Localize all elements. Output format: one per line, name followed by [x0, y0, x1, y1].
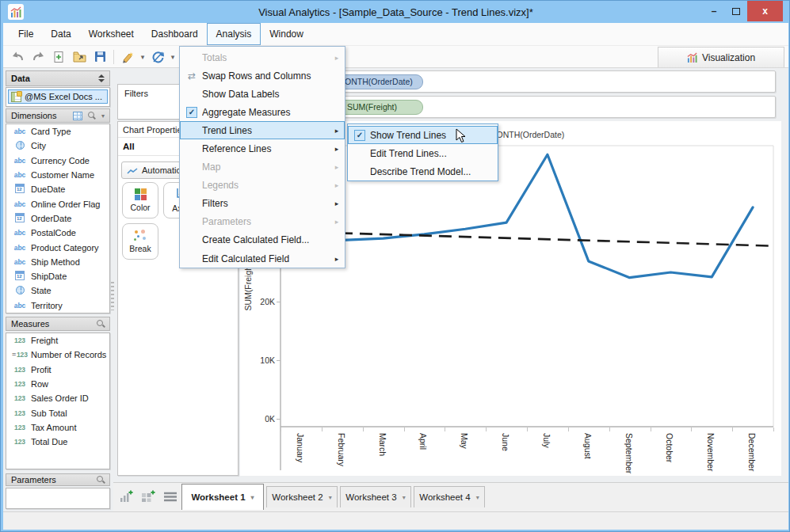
field-item-dimension[interactable]: abcCard Type: [6, 124, 109, 139]
highlighter-dropdown-caret[interactable]: ▾: [139, 53, 147, 61]
field-item-dimension[interactable]: State: [6, 283, 109, 298]
field-item-measure[interactable]: =123Number of Records: [6, 348, 109, 362]
color-button[interactable]: Color: [122, 182, 158, 218]
field-item-dimension[interactable]: City: [6, 139, 109, 153]
parameters-header: Parameters: [6, 473, 110, 486]
parameters-title: Parameters: [11, 475, 56, 484]
parameters-search-icon[interactable]: [97, 476, 105, 484]
menu-item-aggregate-measures[interactable]: ✓Aggregate Measures: [180, 103, 345, 121]
tab-caret-icon[interactable]: ▾: [476, 494, 479, 501]
menubar-item-data[interactable]: Data: [42, 23, 79, 45]
break-button[interactable]: Break: [122, 223, 158, 260]
new-worksheet-icon[interactable]: [120, 489, 134, 506]
menu-item-swap-rows-and-columns[interactable]: ⇄Swap Rows and Columns: [180, 66, 345, 85]
field-type-icon-123: 123: [11, 409, 29, 417]
tab-worksheet-4[interactable]: Worksheet 4▾: [414, 486, 485, 507]
x-tick-label: February: [337, 433, 346, 466]
menu-item-parameters: Parameters▸: [180, 213, 345, 231]
field-item-measure[interactable]: 123Sales Order ID: [6, 391, 109, 405]
field-label: Freight: [31, 336, 58, 345]
field-label: OrderDate: [31, 214, 71, 223]
minimize-button[interactable]: –: [703, 1, 725, 21]
undo-icon[interactable]: [8, 48, 27, 66]
x-tick-mark: [322, 428, 322, 431]
refresh-dropdown-caret[interactable]: ▾: [169, 53, 177, 61]
new-workbook-icon[interactable]: [49, 48, 68, 66]
menubar-item-analysis[interactable]: Analysis: [207, 23, 261, 45]
view-as-table-icon[interactable]: [73, 112, 82, 120]
field-item-dimension[interactable]: abcProduct Category: [6, 240, 109, 254]
new-dashboard-icon[interactable]: [141, 489, 156, 506]
submenu-item-edit-trend-lines[interactable]: Edit Trend Lines...: [348, 144, 498, 162]
menu-item-label: Map: [202, 162, 330, 173]
tab-caret-icon[interactable]: ▾: [403, 494, 406, 501]
field-type-icon-123: 123: [11, 438, 29, 446]
dimensions-menu-caret[interactable]: ▾: [101, 112, 105, 120]
field-item-dimension[interactable]: OrderDate: [6, 211, 109, 226]
submenu-item-show-trend-lines[interactable]: ✓Show Trend Lines: [348, 126, 498, 144]
x-tick-label: May: [460, 433, 469, 449]
field-item-measure[interactable]: 123Sub Total: [6, 405, 109, 420]
field-item-dimension[interactable]: ShipDate: [6, 269, 109, 283]
tab-worksheet-1[interactable]: Worksheet 1▾: [181, 484, 264, 510]
visualization-tab[interactable]: Visualization: [658, 47, 784, 67]
field-item-measure[interactable]: 123Profit: [6, 363, 109, 377]
panel-splitter-handle[interactable]: [111, 282, 114, 310]
field-item-dimension[interactable]: abcPostalCode: [6, 226, 109, 240]
x-tick-mark: [445, 428, 445, 431]
field-item-dimension[interactable]: DueDate: [6, 182, 109, 196]
tab-label: Worksheet 3: [345, 492, 396, 502]
save-icon[interactable]: [90, 48, 109, 66]
maximize-glyph: [732, 8, 740, 15]
submenu-item-describe-trend-model[interactable]: Describe Trend Model...: [348, 162, 498, 180]
x-tick-mark: [773, 428, 774, 431]
menu-item-filters[interactable]: Filters▸: [180, 195, 345, 213]
dimensions-search-icon[interactable]: [88, 112, 96, 120]
open-file-icon[interactable]: [70, 48, 89, 66]
refresh-icon[interactable]: [148, 48, 167, 66]
field-item-dimension[interactable]: abcTerritory: [6, 298, 109, 313]
field-item-dimension[interactable]: abcCurrency Code: [6, 154, 109, 168]
menu-item-show-data-labels[interactable]: Show Data Labels: [180, 85, 345, 103]
menubar-item-worksheet[interactable]: Worksheet: [80, 23, 143, 45]
field-type-icon-abc: abc: [11, 200, 29, 208]
menubar-item-file[interactable]: File: [10, 23, 42, 45]
data-source-label: @MS Excel Docs ...: [25, 92, 102, 101]
sort-icon[interactable]: [98, 74, 105, 82]
menu-item-edit-calculated-field[interactable]: Edit Calculated Field▸: [180, 249, 345, 268]
close-button[interactable]: x: [747, 1, 783, 21]
menu-item-reference-lines[interactable]: Reference Lines▸: [180, 139, 345, 158]
field-item-measure[interactable]: 123Row: [6, 377, 109, 391]
field-item-dimension[interactable]: abcShip Method: [6, 255, 109, 269]
maximize-button[interactable]: [725, 1, 747, 21]
tab-caret-icon[interactable]: ▾: [251, 494, 254, 501]
menu-item-create-calculated-field[interactable]: Create Calculated Field...: [180, 231, 345, 249]
filters-shelf-label: Filters: [124, 89, 148, 98]
highlighter-icon[interactable]: [118, 48, 137, 66]
data-source-item[interactable]: @MS Excel Docs ...: [8, 89, 108, 104]
tab-worksheet-2[interactable]: Worksheet 2▾: [266, 486, 338, 507]
sheet-list-icon[interactable]: [163, 491, 177, 505]
dimensions-title: Dimensions: [11, 111, 56, 120]
menu-item-label: Aggregate Measures: [202, 107, 330, 118]
tab-worksheet-3[interactable]: Worksheet 3▾: [340, 486, 411, 507]
measures-search-icon[interactable]: [97, 320, 105, 328]
field-item-measure[interactable]: 123Total Due: [6, 435, 109, 449]
app-window: Visual Analytics - [Sample_Data_Source -…: [0, 0, 790, 532]
field-item-measure[interactable]: 123Tax Amount: [6, 420, 109, 435]
x-tick-label: December: [747, 433, 757, 471]
y-tick-label: 20K: [250, 297, 275, 306]
submenu-arrow-icon: ▸: [330, 163, 343, 171]
field-item-dimension[interactable]: abcOnline Order Flag: [6, 196, 109, 211]
field-item-dimension[interactable]: abcCustomer Name: [6, 168, 109, 182]
tab-caret-icon[interactable]: ▾: [329, 494, 332, 501]
field-item-measure[interactable]: 123Freight: [6, 333, 109, 348]
redo-icon[interactable]: [29, 48, 48, 66]
field-label: Customer Name: [31, 170, 94, 180]
menubar-item-window[interactable]: Window: [261, 23, 312, 45]
menubar-item-dashboard[interactable]: Dashboard: [143, 23, 207, 45]
field-type-icon-abc: abc: [11, 244, 29, 252]
menu-item-trend-lines[interactable]: Trend Lines▸: [180, 121, 345, 139]
x-tick-mark: [363, 428, 364, 431]
field-type-icon-date: [11, 213, 29, 224]
